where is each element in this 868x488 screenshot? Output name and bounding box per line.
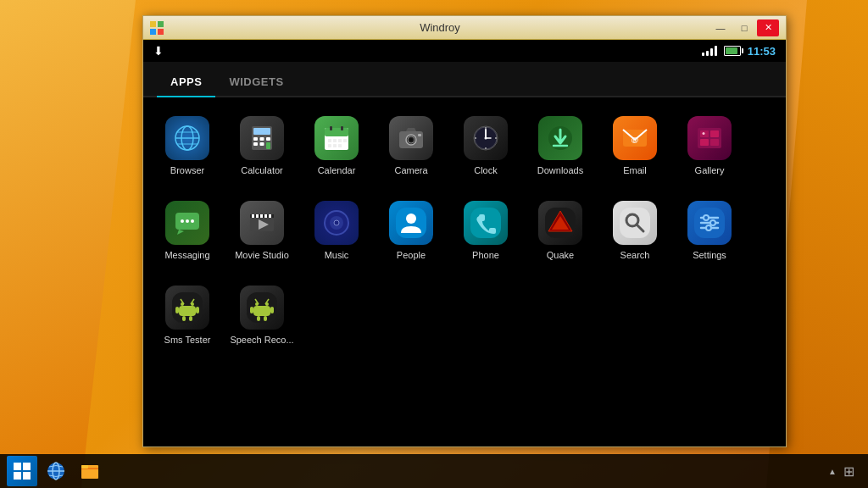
- tray-up-arrow[interactable]: ▲: [828, 467, 837, 476]
- battery-icon: [724, 46, 741, 56]
- email-icon: @: [613, 116, 657, 160]
- svg-rect-59: [256, 214, 259, 218]
- app-speechrec[interactable]: Speech Reco...: [225, 277, 299, 362]
- app-messaging[interactable]: Messaging: [150, 192, 225, 277]
- battery-fill: [726, 47, 737, 54]
- smstester-label: Sms Tester: [153, 335, 221, 345]
- svg-rect-106: [14, 472, 21, 480]
- svg-rect-100: [257, 316, 260, 321]
- app-calendar[interactable]: Calendar: [299, 108, 374, 192]
- clock-icon: [464, 116, 508, 160]
- app-gallery[interactable]: Gallery: [672, 108, 747, 192]
- svg-point-55: [191, 219, 194, 223]
- app-calculator[interactable]: Calculator: [225, 108, 299, 192]
- svg-point-39: [485, 147, 487, 149]
- svg-rect-19: [330, 126, 332, 130]
- taskbar-explorer-icon[interactable]: [75, 456, 105, 486]
- svg-rect-32: [418, 134, 421, 136]
- svg-rect-107: [23, 472, 31, 480]
- svg-rect-74: [620, 208, 650, 238]
- app-people[interactable]: People: [374, 192, 448, 277]
- close-button[interactable]: ✕: [757, 19, 779, 36]
- android-status-bar: ⬇ 11:53: [143, 40, 786, 62]
- title-bar: Windroy — □ ✕: [143, 16, 786, 40]
- start-button[interactable]: [7, 456, 37, 486]
- svg-rect-101: [264, 316, 267, 321]
- minimize-button[interactable]: —: [709, 19, 732, 36]
- browser-icon: [165, 116, 209, 160]
- svg-rect-1: [158, 21, 164, 27]
- svg-rect-61: [264, 214, 267, 218]
- svg-point-37: [485, 137, 487, 140]
- svg-rect-88: [175, 307, 179, 313]
- tab-bar: APPS WIDGETS: [143, 62, 786, 97]
- svg-point-51: [703, 132, 705, 135]
- app-movie[interactable]: Movie Studio: [225, 192, 299, 277]
- status-time: 11:53: [748, 45, 776, 58]
- signal-strength-icon: [702, 46, 717, 56]
- svg-rect-112: [81, 465, 88, 469]
- svg-rect-18: [325, 128, 348, 136]
- svg-rect-13: [266, 137, 270, 141]
- downloads-label: Downloads: [526, 165, 594, 175]
- clock-label: Clock: [452, 165, 520, 175]
- email-label: Email: [601, 165, 669, 175]
- app-phone[interactable]: Phone: [448, 192, 523, 277]
- app-clock[interactable]: Clock: [448, 108, 523, 192]
- taskbar-tray: ▲ ⊞: [828, 463, 861, 480]
- app-search[interactable]: Search: [598, 192, 672, 277]
- svg-rect-60: [260, 214, 263, 218]
- messaging-icon: [165, 201, 209, 245]
- browser-label: Browser: [153, 165, 221, 175]
- people-label: People: [377, 250, 445, 260]
- restore-button[interactable]: □: [733, 19, 755, 36]
- svg-rect-20: [341, 126, 343, 130]
- svg-point-41: [495, 137, 497, 139]
- signal-bar-3: [710, 48, 713, 56]
- download-notification-icon: ⬇: [153, 44, 164, 58]
- app-settings[interactable]: Settings: [672, 192, 747, 277]
- svg-point-40: [475, 137, 476, 139]
- tab-apps[interactable]: APPS: [157, 67, 215, 97]
- app-music[interactable]: Music: [299, 192, 374, 277]
- window-title: Windroy: [170, 21, 709, 34]
- svg-rect-62: [269, 214, 271, 218]
- app-quake[interactable]: Quake: [523, 192, 598, 277]
- svg-rect-21: [328, 139, 331, 142]
- svg-point-66: [334, 220, 339, 225]
- taskbar: ▲ ⊞: [0, 454, 868, 488]
- bg-decoration-left: [0, 0, 136, 488]
- apps-grid: Browser Calculator: [143, 97, 786, 446]
- svg-rect-58: [252, 214, 254, 218]
- svg-text:@: @: [632, 136, 639, 144]
- movie-icon: [240, 201, 284, 245]
- svg-rect-87: [179, 306, 196, 316]
- app-browser[interactable]: Browser: [150, 108, 225, 192]
- gallery-label: Gallery: [676, 165, 743, 175]
- svg-rect-99: [270, 307, 274, 313]
- svg-point-38: [485, 127, 487, 129]
- people-icon: [389, 201, 433, 245]
- svg-rect-70: [470, 208, 501, 238]
- signal-bar-4: [715, 46, 717, 56]
- gallery-icon: [687, 116, 732, 160]
- window-controls: — □ ✕: [709, 19, 779, 36]
- taskbar-ie-icon[interactable]: [41, 456, 71, 486]
- app-camera[interactable]: Camera: [374, 108, 448, 192]
- svg-rect-25: [328, 144, 331, 147]
- tab-widgets[interactable]: WIDGETS: [215, 67, 297, 97]
- svg-rect-10: [253, 128, 270, 135]
- svg-rect-89: [196, 307, 199, 313]
- app-smstester[interactable]: Sms Tester: [150, 277, 225, 362]
- app-email[interactable]: @ Email: [598, 108, 672, 192]
- svg-point-31: [409, 138, 413, 141]
- app-downloads[interactable]: Downloads: [523, 108, 598, 192]
- svg-point-53: [181, 219, 184, 223]
- music-icon: [314, 201, 359, 245]
- svg-rect-12: [260, 137, 264, 141]
- music-label: Music: [303, 250, 370, 260]
- svg-rect-98: [250, 307, 253, 313]
- svg-rect-105: [23, 463, 31, 470]
- tray-display-icon[interactable]: ⊞: [843, 463, 854, 480]
- svg-rect-3: [158, 29, 164, 35]
